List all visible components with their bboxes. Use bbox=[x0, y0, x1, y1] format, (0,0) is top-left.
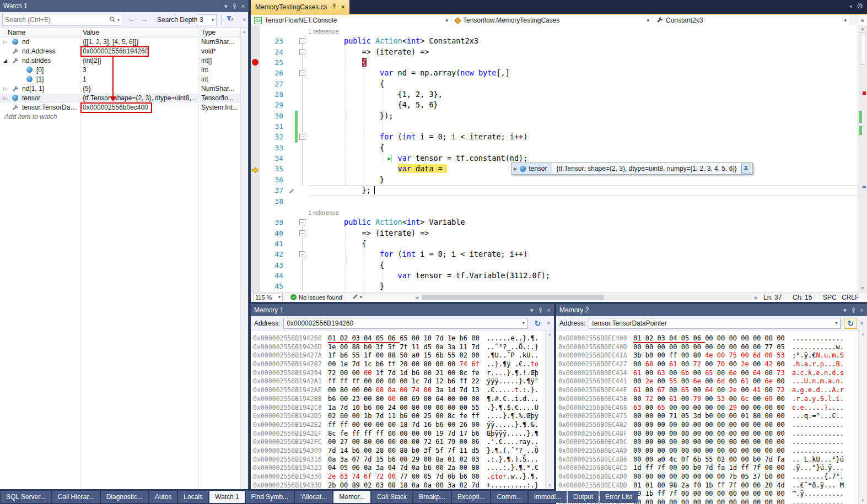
code-line-32[interactable]: 32− for (int i = 0; i < iterate; i++) bbox=[251, 132, 858, 142]
watch-row-nd-address[interactable]: nd.Address0x000002556b194260void* bbox=[0, 47, 240, 56]
memory-row[interactable]: 0x000002556B0EC40001 02 03 04 05 06 00 0… bbox=[556, 334, 858, 343]
scroll-up-icon[interactable]: ▲ bbox=[858, 26, 867, 31]
memory-row[interactable]: 0x000002556B1943097d 14 b6 00 28 00 88 b… bbox=[251, 447, 545, 456]
memory-bytes[interactable]: 00 00 00 00 00 00 00 00 00 00 00 00 00 bbox=[633, 447, 785, 456]
breakpoint-margin[interactable] bbox=[251, 270, 260, 281]
fold-collapse-icon[interactable]: − bbox=[299, 38, 305, 44]
memory-row[interactable]: 0x000002556B0EC4DD01 01 80 98 2a f0 1b f… bbox=[556, 481, 858, 490]
memory1-hex-area[interactable]: 0x000002556B19426001 02 03 04 05 06 65 0… bbox=[251, 330, 545, 489]
memory-bytes[interactable]: 1e 00 88 b0 3f 5f 7f 11 d5 0a 3a 11 7d bbox=[328, 343, 480, 352]
close-icon[interactable]: × bbox=[341, 3, 345, 11]
zoom-dropdown[interactable]: 115 % ▾ bbox=[253, 294, 283, 301]
tool-tab-immedi-[interactable]: Immedi... bbox=[529, 491, 567, 503]
code-line-39[interactable]: 39− public Action<int> Variable bbox=[251, 217, 858, 227]
memory-row[interactable]: 0x000002556B0EC43461 00 63 00 6b 00 65 0… bbox=[556, 369, 858, 378]
code-line-45[interactable]: 45 } bbox=[251, 281, 858, 291]
watch-titlebar[interactable]: Watch 1 ▾ × bbox=[0, 0, 248, 12]
memory-bytes[interactable]: 7d 14 b6 00 28 00 88 b0 3f 5f 7f 11 d5 bbox=[328, 447, 480, 456]
breakpoint-margin[interactable] bbox=[251, 196, 260, 207]
code-cleanup-icon[interactable] bbox=[352, 294, 358, 301]
tool-tab-call-stack[interactable]: Call Stack bbox=[371, 491, 412, 503]
watch-row--0-[interactable]: [0]3int bbox=[0, 66, 240, 75]
address-input-wrap[interactable]: ▾ bbox=[589, 318, 841, 329]
code-text[interactable]: => (iterate) => bbox=[308, 228, 858, 239]
tool-tab-breakp-[interactable]: Breakp... bbox=[413, 491, 451, 503]
code-text[interactable]: var tensor = tf.Variable(3112.0f); bbox=[308, 270, 858, 281]
memory-row[interactable]: 0x000002556B1942D502 00 00 1b 7d 11 b6 0… bbox=[251, 412, 545, 421]
code-line-35[interactable]: 35 var data = ▶tensor{tf.Tensor: shape=(… bbox=[251, 164, 858, 174]
document-health-indicator[interactable]: ✓ No issues found bbox=[290, 294, 342, 301]
memory2-hex-area[interactable]: 0x000002556B0EC40001 02 03 04 05 06 00 0… bbox=[556, 330, 858, 504]
code-text[interactable]: for (int i = 0; i < iterate; i++) bbox=[308, 249, 858, 259]
breakpoint-margin[interactable] bbox=[251, 175, 260, 185]
chevron-down-icon[interactable]: ▾ bbox=[522, 321, 524, 326]
tool-tab-locals[interactable]: Locals bbox=[178, 491, 208, 503]
memory-row[interactable]: 0x000002556B19428700 1e 7d 1c b6 ff 20 0… bbox=[251, 360, 545, 369]
tool-tab-autos[interactable]: Autos bbox=[149, 491, 177, 503]
memory1-titlebar[interactable]: Memory 1 ▾ × bbox=[251, 304, 554, 316]
breakpoint-margin[interactable] bbox=[251, 111, 260, 121]
memory-bytes[interactable]: 00 00 00 00 00 00 00 00 00 00 00 00 00 bbox=[633, 430, 785, 438]
search-depth-dropdown[interactable]: 3 ▾ bbox=[197, 14, 217, 25]
memory-bytes[interactable]: 00 00 00 71 05 3d b0 00 00 01 80 00 00 bbox=[633, 412, 785, 421]
member-dropdown[interactable]: Constant2x3 ▾ bbox=[653, 15, 850, 26]
code-line-40[interactable]: 40− => (iterate) => bbox=[251, 228, 858, 239]
expander-expanded-icon[interactable]: ◢ bbox=[3, 56, 7, 66]
fold-collapse-icon[interactable]: − bbox=[299, 49, 305, 55]
search-options-caret-icon[interactable]: ▾ bbox=[117, 18, 120, 23]
run-to-cursor-icon[interactable]: ▶▏ bbox=[388, 153, 395, 164]
close-icon[interactable]: × bbox=[547, 307, 551, 313]
memory-row[interactable]: 0x000002556B0EC4A900 00 00 00 00 00 00 0… bbox=[556, 447, 858, 456]
memory-row[interactable]: 0x000002556B1943160a 3a 07 7d 15 b6 00 2… bbox=[251, 456, 545, 464]
code-text[interactable]: }; bbox=[308, 185, 858, 196]
chevron-down-icon[interactable]: ▾ bbox=[360, 295, 362, 300]
code-text[interactable]: var data = ▶tensor{tf.Tensor: shape=(2, … bbox=[308, 164, 858, 174]
add-item-to-watch-row[interactable]: Add item to watch bbox=[0, 112, 240, 122]
memory-row[interactable]: 0x000002556B1942FC00 27 00 80 00 00 00 0… bbox=[251, 438, 545, 447]
code-line-33[interactable]: 33 { bbox=[251, 143, 858, 153]
memory-row[interactable]: 0x000002556B0EC49C00 00 00 00 00 00 00 0… bbox=[556, 438, 858, 447]
scrollbar-thumb[interactable] bbox=[860, 32, 865, 65]
watch-value[interactable]: 3 bbox=[83, 66, 196, 75]
forward-arrow-icon[interactable]: → bbox=[140, 15, 152, 24]
codelens-row[interactable]: 1 reference bbox=[251, 25, 858, 36]
breakpoint-margin[interactable] bbox=[251, 260, 260, 270]
codelens-row[interactable]: 1 reference bbox=[251, 207, 858, 217]
code-line-24[interactable]: 24− => (iterate) => bbox=[251, 47, 858, 57]
memory-row[interactable]: 0x000002556B19426D1e 00 88 b0 3f 5f 7f 1… bbox=[251, 343, 545, 352]
code-line-25[interactable]: 25 { bbox=[251, 57, 858, 68]
breakpoint-margin[interactable] bbox=[251, 153, 260, 164]
code-text[interactable]: {1, 2, 3}, bbox=[308, 89, 858, 100]
memory-row[interactable]: 0x000002556B0EC4D000 00 00 00 00 00 00 0… bbox=[556, 473, 858, 481]
memory-bytes[interactable]: 04 05 06 0a 3a 04 7d 0a b6 00 2a 00 80 bbox=[328, 464, 480, 473]
breakpoint-margin[interactable] bbox=[251, 207, 260, 217]
pin-icon[interactable] bbox=[850, 307, 857, 313]
window-position-icon[interactable]: ▾ bbox=[530, 307, 534, 314]
fold-collapse-icon[interactable]: − bbox=[299, 219, 305, 225]
memory-bytes[interactable]: 00 1e 7d 1c b6 ff 20 00 80 00 00 74 6f bbox=[328, 360, 480, 369]
watch-row-nd-1-1-[interactable]: ▷nd[1, 1]{5}NumShar... bbox=[0, 84, 240, 94]
code-text[interactable]: => (iterate) => bbox=[308, 47, 858, 57]
breakpoint-margin[interactable] bbox=[251, 121, 260, 132]
close-icon[interactable]: × bbox=[860, 307, 864, 313]
memory-bytes[interactable]: 1f b6 55 1f 00 88 50 a0 15 6b 55 02 00 bbox=[328, 351, 480, 360]
memory-bytes[interactable]: 00 00 00 00 00 00 00 00 00 00 00 00 00 bbox=[633, 498, 785, 504]
memory-row[interactable]: 0x000002556B0EC47500 00 00 71 05 3d b0 0… bbox=[556, 412, 858, 421]
refresh-icon[interactable]: ↻ bbox=[844, 318, 857, 329]
code-text[interactable]: { bbox=[308, 57, 858, 68]
watch-scrollbar[interactable]: ▲ bbox=[240, 28, 248, 489]
watch-value[interactable]: 0x000002556b194260 bbox=[83, 47, 196, 56]
memory-bytes[interactable]: 61 00 67 00 65 00 64 00 2e 00 41 00 72 bbox=[633, 386, 785, 395]
breakpoint-margin[interactable] bbox=[251, 239, 260, 249]
pin-icon[interactable] bbox=[331, 3, 337, 11]
search-input[interactable] bbox=[3, 16, 109, 24]
memory-row[interactable]: 0x000002556B1942E2ff ff 00 00 00 00 18 7… bbox=[251, 421, 545, 430]
breakpoint-margin[interactable] bbox=[251, 143, 260, 153]
memory-bytes[interactable]: 01 02 03 04 05 06 65 00 10 7d 1e b6 00 bbox=[328, 334, 480, 343]
watch-value[interactable]: {tf.Tensor: shape=(2, 3), dtype=uint8, .… bbox=[83, 94, 196, 103]
memory-bytes[interactable]: 00 80 00 00 08 0a 00 74 00 3a 1d 7d 13 bbox=[328, 386, 480, 395]
memory-bytes[interactable]: ff ff ff 00 00 00 00 1c 7d 12 b6 ff 22 bbox=[328, 377, 480, 386]
code-line-41[interactable]: 41 { bbox=[251, 239, 858, 249]
memory-bytes[interactable]: 00 68 00 61 00 72 00 70 00 2e 00 42 00 bbox=[633, 360, 785, 369]
scroll-right-icon[interactable]: ▶ bbox=[755, 295, 758, 300]
